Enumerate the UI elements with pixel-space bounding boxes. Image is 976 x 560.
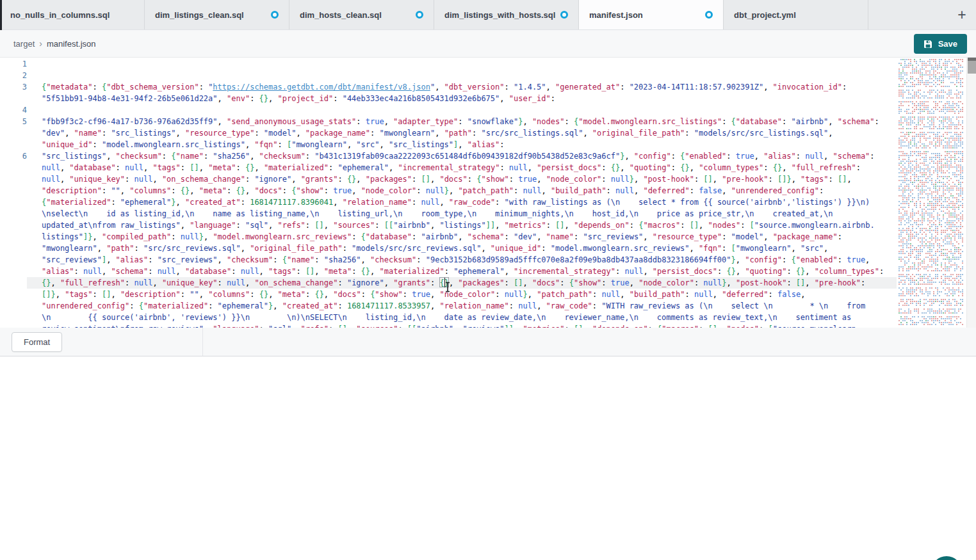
code-line[interactable]: "unrendered_config": {"materialized": "e… <box>0 300 897 312</box>
code-line[interactable]: listings"]}, "compiled_path": null}, "mo… <box>0 231 897 243</box>
line-number <box>0 208 27 220</box>
code-line[interactable]: \n {{ source('airbnb', 'reviews') }}\n \… <box>0 312 897 323</box>
code-line[interactable]: 4 <box>0 104 897 116</box>
tab-dbt-project-yml[interactable]: dbt_project.yml <box>724 0 868 29</box>
code-line[interactable]: 1 <box>0 58 897 70</box>
line-number <box>0 277 27 289</box>
tab-dim-hosts-clean-sql[interactable]: dim_hosts_clean.sql <box>289 0 434 29</box>
format-button[interactable]: Format <box>12 332 62 352</box>
line-number: 4 <box>0 104 27 116</box>
tab-no-nulls-in-columns-sql[interactable]: no_nulls_in_columns.sql <box>0 0 145 29</box>
tab-manifest-json[interactable]: manifest.json <box>579 0 724 29</box>
code-line[interactable]: "mwonglearn", "path": "src/src_reviews.s… <box>0 243 897 254</box>
line-number <box>0 312 27 323</box>
code-line[interactable]: "5f51bb91-94b8-4e31-94f2-26b5e061d22a", … <box>0 93 897 104</box>
line-number <box>0 231 27 243</box>
code-line[interactable]: "alias": null, "schema": null, "database… <box>0 266 897 277</box>
code-line[interactable]: "description": "", "columns": {}, "meta"… <box>0 185 897 196</box>
line-number: 5 <box>0 116 27 127</box>
line-number <box>0 266 27 277</box>
code-line[interactable]: 6"src_listings", "checksum": {"name": "s… <box>0 150 897 162</box>
line-number <box>0 127 27 139</box>
save-button-label: Save <box>938 39 957 49</box>
line-number <box>0 196 27 208</box>
code-line[interactable]: "src_reviews"], "alias": "src_reviews", … <box>0 254 897 266</box>
code-editor[interactable]: 123{"metadata": {"dbt_schema_version": "… <box>0 58 976 328</box>
line-number: 2 <box>0 70 27 81</box>
line-number <box>0 300 27 312</box>
tab-dim-listings-clean-sql[interactable]: dim_listings_clean.sql <box>145 0 289 29</box>
code-line[interactable]: null, "database": null, "tags": [], "met… <box>0 162 897 173</box>
code-line[interactable]: {}, "full_refresh": null, "unique_key": … <box>0 277 897 289</box>
editor-tab-bar: no_nulls_in_columns.sqldim_listings_clea… <box>0 0 976 30</box>
breadcrumb: target › manifest.json <box>13 30 96 57</box>
unsaved-changes-dot-icon[interactable] <box>416 11 423 19</box>
line-number <box>0 185 27 196</box>
line-number <box>0 289 27 300</box>
code-line[interactable]: []}, "tags": [], "description": "", "col… <box>0 289 897 300</box>
code-line[interactable]: {"materialized": "ephemeral"}, "created_… <box>0 196 897 208</box>
line-number <box>0 93 27 104</box>
chevron-right-icon: › <box>39 38 42 49</box>
new-tab-button[interactable]: + <box>952 4 972 25</box>
unsaved-changes-dot-icon[interactable] <box>705 11 713 19</box>
unsaved-changes-dot-icon[interactable] <box>271 11 279 19</box>
tab-dim-listings-with-hosts-sql[interactable]: dim_listings_with_hosts.sql <box>434 0 579 29</box>
line-number: 1 <box>0 58 27 70</box>
text-caret <box>444 278 446 287</box>
panel-divider <box>202 328 203 356</box>
tab-label: manifest.json <box>589 10 643 20</box>
save-button[interactable]: Save <box>914 34 967 54</box>
ide-window: no_nulls_in_columns.sqldim_listings_clea… <box>0 0 976 560</box>
results-panel <box>0 356 976 560</box>
code-line[interactable]: updated_at\nfrom raw_listings", "languag… <box>0 220 897 231</box>
code-lines[interactable]: 123{"metadata": {"dbt_schema_version": "… <box>0 58 897 328</box>
line-number <box>0 139 27 150</box>
tab-label: dim_listings_with_hosts.sql <box>444 10 555 20</box>
unsaved-changes-dot-icon[interactable] <box>560 11 568 19</box>
code-line[interactable]: null, "unique_key": null, "on_schema_cha… <box>0 173 897 185</box>
left-edge-dark-strip <box>0 0 2 30</box>
editor-minimap[interactable] <box>897 58 966 328</box>
code-line[interactable]: 3{"metadata": {"dbt_schema_version": "ht… <box>0 81 897 93</box>
line-number <box>0 254 27 266</box>
line-number <box>0 243 27 254</box>
tab-label: dim_listings_clean.sql <box>155 10 244 20</box>
code-line[interactable]: \nselect\n id as listing_id,\n name as l… <box>0 208 897 220</box>
code-line[interactable]: review_sentiment\nfrom raw_reviews", "la… <box>0 323 897 328</box>
line-number <box>0 323 27 328</box>
line-number <box>0 162 27 173</box>
file-path-bar: target › manifest.json Save <box>0 30 976 58</box>
line-number: 3 <box>0 81 27 93</box>
breadcrumb-folder: target <box>13 39 35 49</box>
line-number <box>0 220 27 231</box>
line-number <box>0 173 27 185</box>
format-toolbar: Format <box>0 328 976 356</box>
tab-label: no_nulls_in_columns.sql <box>10 10 110 20</box>
tab-label: dbt_project.yml <box>734 10 796 20</box>
editor-scrollbar-thumb[interactable] <box>968 58 976 74</box>
save-icon <box>923 40 932 49</box>
editor-scrollbar[interactable] <box>966 58 976 328</box>
breadcrumb-file: manifest.json <box>47 39 96 49</box>
line-number: 6 <box>0 150 27 162</box>
code-line[interactable]: 2 <box>0 70 897 81</box>
code-line[interactable]: 5"fbb9f3c2-cf96-4a17-b736-976a62d35ff9",… <box>0 116 897 127</box>
code-line[interactable]: "unique_id": "model.mwonglearn.src_listi… <box>0 139 897 150</box>
tab-label: dim_hosts_clean.sql <box>300 10 382 20</box>
code-line[interactable]: "dev", "name": "src_listings", "resource… <box>0 127 897 139</box>
